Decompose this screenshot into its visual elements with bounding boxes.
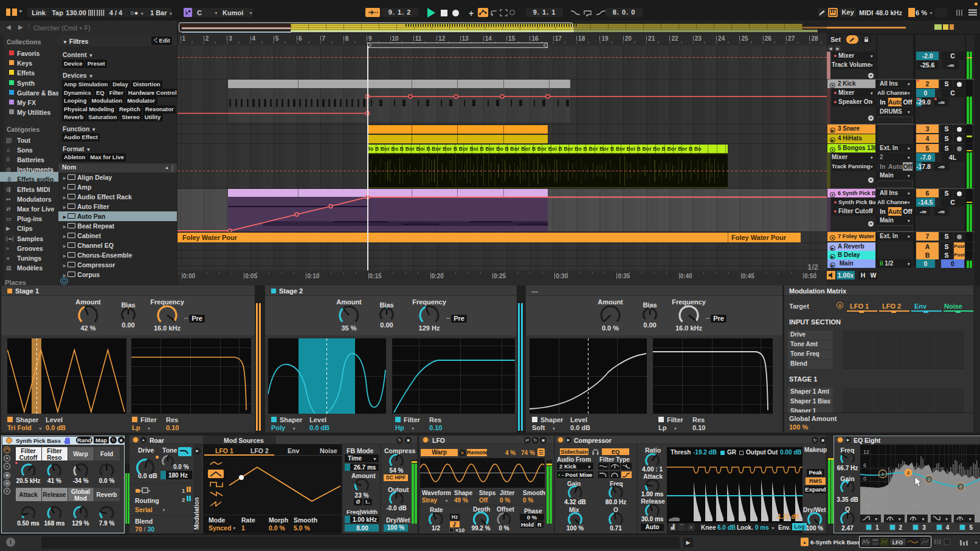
svg-text:1: 1	[882, 471, 885, 477]
svg-text:5: 5	[959, 484, 962, 490]
svg-text:2: 2	[907, 470, 910, 476]
svg-text:3: 3	[928, 477, 931, 482]
svg-text:♭: ♭	[185, 10, 188, 16]
